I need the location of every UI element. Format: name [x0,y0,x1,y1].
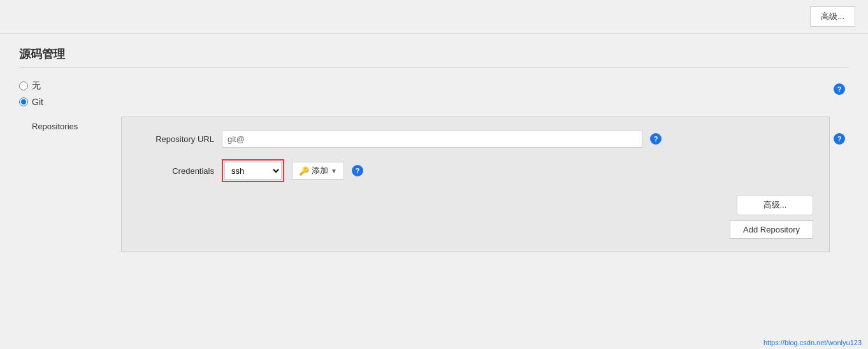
credentials-row: Credentials ssh none 🔑 添加 ▼ [138,159,813,182]
repo-url-input[interactable] [222,130,642,148]
add-credentials-button[interactable]: 🔑 添加 ▼ [292,162,344,180]
repository-section: Repositories Repository URL ? Credential… [32,117,830,252]
none-option[interactable]: 无 [19,80,830,92]
dropdown-arrow-icon: ▼ [331,167,337,174]
scm-left: 无 Git Repositories Repository URL [19,80,830,252]
top-advanced-button[interactable]: 高级... [810,6,855,27]
credentials-label: Credentials [138,166,214,176]
add-repository-button[interactable]: Add Repository [730,220,813,239]
add-btn-label: 添加 [312,165,328,176]
credentials-select[interactable]: ssh none [224,162,282,180]
repo-url-label: Repository URL [138,134,214,144]
advanced-button[interactable]: 高级... [737,195,813,215]
none-label: 无 [32,80,41,92]
git-radio[interactable] [19,97,28,106]
git-section-help-icon[interactable]: ? [834,83,845,95]
scm-options: 无 Git [19,80,830,107]
key-icon: 🔑 [299,166,309,176]
credentials-help-icon[interactable]: ? [352,165,363,176]
git-option[interactable]: Git [19,97,830,107]
main-content: 源码管理 无 Git Repositories [0,34,868,265]
none-radio[interactable] [19,82,28,90]
repositories-label: Repositories [32,117,121,252]
watermark: https://blog.csdn.net/wonlyu123 [763,339,862,346]
page-wrapper: 高级... 源码管理 无 Git [0,0,868,349]
repo-content: Repository URL ? Credentials ssh none [121,117,830,252]
repo-url-help-icon[interactable]: ? [650,133,662,145]
scm-right-help: ? ? [830,80,849,145]
section-title: 源码管理 [19,46,849,68]
scm-body: 无 Git Repositories Repository URL [19,80,849,252]
repo-url-row: Repository URL ? [138,130,813,148]
repositories-section-help-icon[interactable]: ? [834,133,845,145]
bottom-actions: 高级... Add Repository [138,195,813,239]
git-label: Git [32,97,43,107]
credentials-select-wrapper: ssh none [222,159,284,182]
top-bar: 高级... [0,0,868,34]
